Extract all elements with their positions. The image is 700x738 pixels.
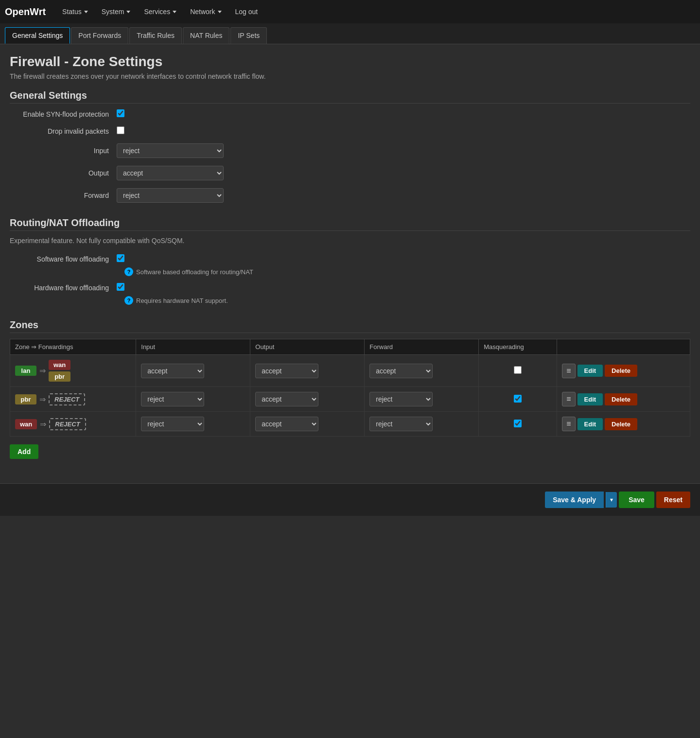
col-zone-forwardings: Zone ⇒ Forwardings xyxy=(10,339,136,355)
output-cell-1: acceptrejectdrop xyxy=(250,387,365,412)
input-select[interactable]: accept reject drop xyxy=(117,143,224,158)
input-label: Input xyxy=(19,147,117,155)
tab-ip-sets[interactable]: IP Sets xyxy=(230,27,267,44)
output-label: Output xyxy=(19,169,117,177)
input-cell-1: acceptrejectdrop xyxy=(136,387,250,412)
forward-cell-0: acceptrejectdrop xyxy=(365,355,479,387)
software-offloading-label: Software flow offloading xyxy=(19,255,117,263)
zone-target-badge: REJECT xyxy=(49,393,85,405)
masq-checkbox[interactable] xyxy=(514,366,522,374)
zone-list-button[interactable]: ≡ xyxy=(562,417,575,431)
zone-forward-select[interactable]: acceptrejectdrop xyxy=(369,392,433,406)
nav-status-caret xyxy=(84,11,88,13)
hardware-offloading-hint-row: ? Requires hardware NAT support. xyxy=(10,296,690,305)
nav-system[interactable]: System xyxy=(95,1,138,22)
zone-target-group: REJECT xyxy=(49,418,86,430)
tab-port-forwards[interactable]: Port Forwards xyxy=(71,27,128,44)
nav-network[interactable]: Network xyxy=(183,1,228,22)
zone-source-badge: lan xyxy=(15,366,36,376)
zone-target-badge: pbr xyxy=(49,371,70,382)
nav-services-caret xyxy=(173,11,176,13)
nav-status[interactable]: Status xyxy=(55,1,95,22)
table-row: lan ⇒ wanpbr acceptrejectdrop acceptreje… xyxy=(10,355,690,387)
zone-arrow: ⇒ xyxy=(39,395,46,404)
tab-traffic-rules[interactable]: Traffic Rules xyxy=(129,27,182,44)
zone-delete-button[interactable]: Delete xyxy=(605,365,637,377)
table-row: pbr ⇒ REJECT acceptrejectdrop acceptreje… xyxy=(10,387,690,412)
save-button[interactable]: Save xyxy=(619,492,654,508)
zone-list-button[interactable]: ≡ xyxy=(562,392,575,406)
page-title: Firewall - Zone Settings xyxy=(10,54,690,70)
zone-output-select[interactable]: acceptrejectdrop xyxy=(255,364,318,378)
output-select[interactable]: accept reject drop xyxy=(117,166,224,180)
masq-cell-0 xyxy=(479,355,557,387)
save-apply-button[interactable]: Save & Apply xyxy=(545,492,604,508)
zone-list-button[interactable]: ≡ xyxy=(562,364,575,378)
output-control: accept reject drop xyxy=(117,166,224,180)
action-group: ≡ Edit Delete xyxy=(562,417,685,431)
save-apply-dropdown-button[interactable]: ▾ xyxy=(606,492,617,508)
zone-input-select[interactable]: acceptrejectdrop xyxy=(141,392,204,406)
zone-delete-button[interactable]: Delete xyxy=(605,418,637,430)
zone-output-select[interactable]: acceptrejectdrop xyxy=(255,392,318,406)
actions-cell-1: ≡ Edit Delete xyxy=(557,387,690,412)
zone-forward-select[interactable]: acceptrejectdrop xyxy=(369,364,433,378)
col-input: Input xyxy=(136,339,250,355)
zone-edit-button[interactable]: Edit xyxy=(578,393,603,405)
footer-bar: Save & Apply ▾ Save Reset xyxy=(0,483,700,516)
page-description: The firewall creates zones over your net… xyxy=(10,72,690,80)
reset-button[interactable]: Reset xyxy=(656,492,690,508)
routing-nat-desc: Experimental feature. Not fully compatib… xyxy=(10,237,690,245)
input-row: Input accept reject drop xyxy=(10,143,690,158)
output-cell-0: acceptrejectdrop xyxy=(250,355,365,387)
hardware-offloading-row: Hardware flow offloading xyxy=(10,283,690,292)
nav-network-caret xyxy=(218,11,222,13)
zone-input-select[interactable]: acceptrejectdrop xyxy=(141,364,204,378)
zone-target-badge: wan xyxy=(49,360,70,370)
hardware-offloading-checkbox[interactable] xyxy=(117,283,124,291)
zone-delete-button[interactable]: Delete xyxy=(605,393,637,405)
software-offloading-row: Software flow offloading xyxy=(10,254,690,264)
action-group: ≡ Edit Delete xyxy=(562,364,685,378)
hardware-offloading-label: Hardware flow offloading xyxy=(19,284,117,292)
zone-edit-button[interactable]: Edit xyxy=(578,418,603,430)
zone-cell-1: pbr ⇒ REJECT xyxy=(10,387,136,412)
masq-checkbox[interactable] xyxy=(514,395,522,403)
zone-target-group: REJECT xyxy=(49,393,85,405)
forward-control: accept reject drop xyxy=(117,188,224,203)
software-offloading-hint-text: Software based offloading for routing/NA… xyxy=(136,268,253,276)
zone-output-select[interactable]: acceptrejectdrop xyxy=(255,417,318,431)
forward-cell-1: acceptrejectdrop xyxy=(365,387,479,412)
hardware-offloading-hint-icon: ? xyxy=(124,296,133,305)
masq-checkbox[interactable] xyxy=(514,420,522,427)
zones-title: Zones xyxy=(10,319,690,333)
syn-flood-checkbox[interactable] xyxy=(117,109,124,117)
zone-target-badge: REJECT xyxy=(49,418,86,430)
main-content: Firewall - Zone Settings The firewall cr… xyxy=(0,44,700,478)
input-control: accept reject drop xyxy=(117,143,224,158)
add-zone-button[interactable]: Add xyxy=(10,444,38,459)
zones-table: Zone ⇒ Forwardings Input Output Forward … xyxy=(10,339,690,437)
zone-edit-button[interactable]: Edit xyxy=(578,365,603,377)
tab-nat-rules[interactable]: NAT Rules xyxy=(183,27,229,44)
forward-select[interactable]: accept reject drop xyxy=(117,188,224,203)
software-offloading-checkbox[interactable] xyxy=(117,254,124,262)
routing-nat-title: Routing/NAT Offloading xyxy=(10,217,690,231)
tab-general-settings[interactable]: General Settings xyxy=(5,27,70,44)
zones-section: Zones Zone ⇒ Forwardings Input Output Fo… xyxy=(10,319,690,459)
nav-logout[interactable]: Log out xyxy=(228,1,265,22)
syn-flood-control xyxy=(117,109,124,119)
nav-services[interactable]: Services xyxy=(137,1,183,22)
zone-source-badge: wan xyxy=(15,419,37,429)
input-cell-2: acceptrejectdrop xyxy=(136,412,250,437)
zone-input-select[interactable]: acceptrejectdrop xyxy=(141,417,204,431)
zone-forward-select[interactable]: acceptrejectdrop xyxy=(369,417,433,431)
hardware-offloading-control xyxy=(117,283,124,292)
output-cell-2: acceptrejectdrop xyxy=(250,412,365,437)
input-cell-0: acceptrejectdrop xyxy=(136,355,250,387)
nav-system-caret xyxy=(126,11,130,13)
routing-nat-section: Routing/NAT Offloading Experimental feat… xyxy=(10,217,690,305)
drop-invalid-checkbox[interactable] xyxy=(117,126,124,134)
masq-cell-2 xyxy=(479,412,557,437)
brand[interactable]: OpenWrt xyxy=(5,6,46,18)
